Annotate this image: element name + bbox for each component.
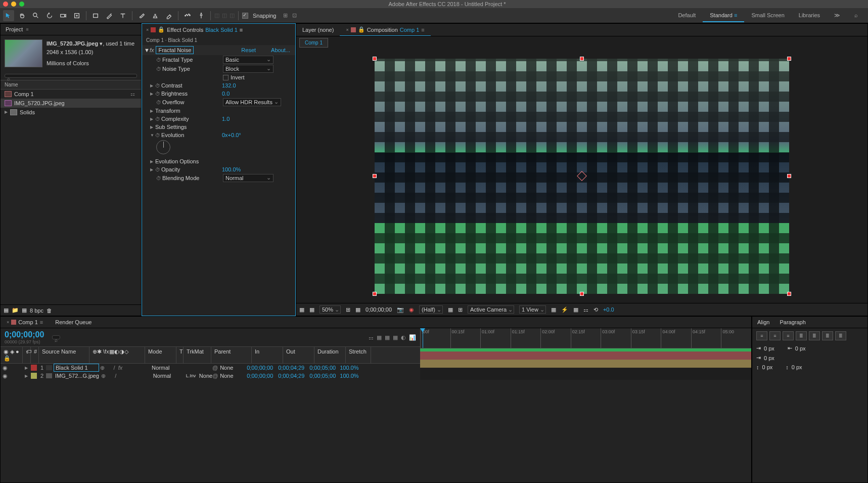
search-help-icon[interactable]: ⌕: [847, 9, 865, 22]
selection-handle[interactable]: [787, 174, 791, 178]
timeline-comp-tab[interactable]: × Comp 1 ≡: [1, 317, 49, 328]
align-right-icon[interactable]: ≡: [783, 331, 794, 340]
collapse-icon[interactable]: ▼: [144, 47, 150, 53]
selection-handle[interactable]: [373, 292, 377, 296]
flowchart-icon[interactable]: ⚏: [130, 91, 135, 97]
composition-canvas[interactable]: [375, 59, 789, 294]
new-comp-icon[interactable]: ▦: [22, 307, 27, 314]
first-line-indent-value[interactable]: 0 px: [764, 355, 774, 361]
parent-pickwhip-icon[interactable]: @: [212, 365, 218, 371]
views-dropdown[interactable]: 1 View: [519, 305, 546, 314]
label-color[interactable]: [31, 365, 37, 371]
blend-mode-dropdown[interactable]: Normal: [151, 373, 179, 379]
bit-depth-toggle[interactable]: 8 bpc: [30, 308, 43, 314]
layer-name[interactable]: Black Solid 1: [54, 364, 99, 372]
invert-checkbox[interactable]: [223, 75, 229, 80]
evolution-value[interactable]: 0x+0.0°: [222, 132, 241, 138]
expand-icon[interactable]: ▶: [5, 110, 8, 114]
expand-icon[interactable]: ▶: [25, 374, 30, 378]
selection-tool[interactable]: [3, 10, 14, 21]
timeline-icon[interactable]: ▦: [573, 306, 578, 313]
justify-last-center-icon[interactable]: ≣: [809, 331, 820, 340]
minimize-window-icon[interactable]: [11, 2, 16, 7]
zoom-window-icon[interactable]: [19, 2, 24, 7]
expand-icon[interactable]: ▶: [150, 167, 155, 172]
snap-option-icon[interactable]: ⊞: [283, 12, 288, 19]
brightness-value[interactable]: 0.0: [222, 91, 230, 97]
stopwatch-icon[interactable]: ⏱: [155, 83, 161, 89]
trash-icon[interactable]: 🗑: [47, 308, 52, 314]
panel-menu-icon[interactable]: ≡: [421, 27, 424, 33]
project-search-input[interactable]: [5, 74, 137, 78]
stopwatch-icon[interactable]: ⏱: [156, 175, 162, 181]
stopwatch-icon[interactable]: ⏱: [155, 167, 161, 172]
resolution-icon[interactable]: ⊞: [346, 306, 350, 313]
selection-handle[interactable]: [580, 57, 584, 61]
expand-icon[interactable]: ▶: [25, 366, 30, 370]
lock-icon[interactable]: 🔒: [358, 26, 365, 33]
prop-sub-settings[interactable]: ▶Sub Settings: [142, 123, 295, 131]
expand-icon[interactable]: ▶: [150, 117, 155, 121]
roi-icon[interactable]: ▦: [448, 306, 453, 313]
selection-handle[interactable]: [580, 292, 584, 296]
space-before-value[interactable]: 0 px: [762, 364, 773, 370]
interpret-footage-icon[interactable]: ▦: [4, 307, 9, 314]
blending-mode-dropdown[interactable]: Normal: [223, 174, 273, 182]
collapse-icon[interactable]: ▼: [150, 133, 155, 138]
duration[interactable]: 0;00;05;00: [308, 373, 340, 379]
noise-type-dropdown[interactable]: Block: [223, 65, 273, 73]
layer-row-1[interactable]: ◉ ▶ 1 Black Solid 1 ⊕/fx Normal @ None 0…: [1, 364, 420, 372]
visibility-toggle[interactable]: ◉: [3, 365, 10, 371]
layer-bar-2[interactable]: [420, 360, 751, 368]
layer-bar-1[interactable]: [420, 352, 751, 360]
stopwatch-icon[interactable]: ⏱: [156, 100, 162, 105]
exposure-value[interactable]: +0.0: [603, 306, 614, 313]
timeline-graph-area[interactable]: :00f 00:15f 01:00f 01:15f 02:00f 02:15f …: [420, 328, 751, 380]
layer-viewer-tab[interactable]: Layer (none): [296, 24, 340, 36]
panel-menu-icon[interactable]: ≡: [240, 27, 243, 33]
tab-close-icon[interactable]: ×: [146, 27, 149, 32]
space-after-value[interactable]: 0 px: [792, 364, 802, 370]
parent-dropdown[interactable]: None: [218, 365, 246, 371]
current-timecode[interactable]: 0;00;00;00: [5, 330, 44, 339]
selection-handle[interactable]: [373, 174, 377, 178]
align-center-icon[interactable]: ≡: [769, 331, 781, 340]
justify-all-icon[interactable]: ≣: [835, 331, 846, 340]
pan-behind-tool[interactable]: [71, 10, 82, 21]
fast-previews-icon[interactable]: ⚡: [561, 306, 568, 313]
playhead[interactable]: [423, 328, 423, 348]
brush-tool[interactable]: [136, 10, 147, 21]
magnification-icon[interactable]: ▦: [299, 306, 304, 313]
track-matte-dropdown[interactable]: None: [199, 373, 212, 379]
stopwatch-icon[interactable]: ⏱: [155, 133, 161, 138]
panel-menu-icon[interactable]: ≡: [40, 319, 43, 325]
tab-close-icon[interactable]: ×: [346, 27, 348, 32]
stopwatch-icon[interactable]: ⏱: [156, 66, 162, 72]
stretch[interactable]: 100.0%: [340, 373, 360, 379]
align-left-icon[interactable]: ≡: [756, 331, 767, 340]
frame-blend-icon[interactable]: ▦: [393, 334, 398, 341]
clone-stamp-tool[interactable]: [150, 10, 161, 21]
lock-icon[interactable]: 🔒: [158, 26, 165, 33]
roto-brush-tool[interactable]: [182, 10, 193, 21]
visibility-toggle[interactable]: ◉: [3, 373, 10, 379]
rectangle-tool[interactable]: [90, 10, 101, 21]
workspace-overflow[interactable]: ≫: [827, 9, 847, 22]
channel-icon[interactable]: ◉: [409, 306, 414, 313]
indent-left-value[interactable]: 0 px: [764, 345, 774, 352]
prop-evolution-options[interactable]: ▶Evolution Options: [142, 157, 295, 165]
hide-shy-icon[interactable]: ▦: [385, 334, 390, 341]
exposure-reset-icon[interactable]: ⟲: [593, 306, 598, 313]
resolution-dropdown[interactable]: (Half): [419, 305, 443, 314]
duration[interactable]: 0;00;05;00: [308, 365, 340, 371]
timeline-search[interactable]: [52, 335, 60, 339]
hand-tool[interactable]: [17, 10, 28, 21]
workspace-default[interactable]: Default: [671, 9, 703, 22]
selection-handle[interactable]: [373, 57, 377, 61]
out-point[interactable]: 0;00;04;29: [277, 373, 308, 379]
layer-row-2[interactable]: ◉ ▶ 2 IMG_572...G.jpeg ⊕/ Normal L.Inv N…: [1, 372, 420, 380]
time-ruler[interactable]: :00f 00:15f 01:00f 01:15f 02:00f 02:15f …: [420, 328, 751, 348]
camera-tool[interactable]: [58, 10, 69, 21]
project-item-comp[interactable]: Comp 1 ⚏: [1, 90, 141, 99]
contrast-value[interactable]: 132.0: [222, 82, 236, 89]
